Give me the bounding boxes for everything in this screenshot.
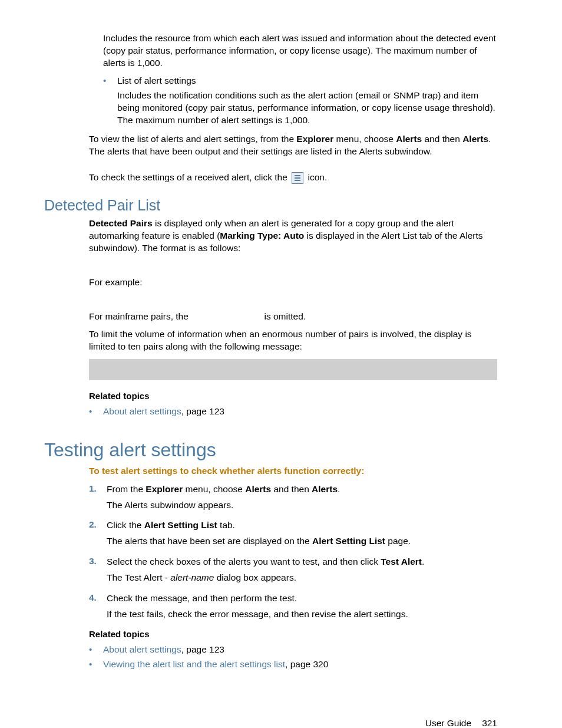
text: , page 320 [285, 659, 328, 669]
bullet-icon: • [89, 644, 103, 656]
text: and then [271, 484, 312, 494]
alert-setting-list-bold: Alert Setting List [144, 520, 217, 530]
mainframe-para: For mainframe pairs, the is omitted. [89, 311, 497, 323]
text: tab. [217, 520, 235, 530]
bullet-description: Includes the notification conditions suc… [117, 90, 497, 127]
step-3: 3. Select the check boxes of the alerts … [89, 556, 497, 568]
intro-block: Includes the resource from which each al… [103, 32, 497, 126]
text: icon. [305, 172, 327, 182]
alerts-bold: Alerts [245, 484, 271, 494]
bullet-label: List of alert settings [117, 75, 497, 87]
limit-para: To limit the volume of information when … [89, 328, 497, 353]
step-body: Check the message, and then perform the … [107, 592, 497, 605]
for-example: For example: [89, 276, 497, 289]
explorer-bold: Explorer [146, 484, 183, 494]
related-topics-heading: Related topics [89, 629, 497, 639]
testing-block: To test alert settings to check whether … [89, 466, 497, 671]
bullet-icon: • [89, 406, 103, 418]
page-number: 321 [482, 718, 497, 728]
detected-pair-heading: Detected Pair List [44, 197, 497, 214]
step-body: Click the Alert Setting List tab. [107, 519, 497, 532]
text: Select the check boxes of the alerts you… [107, 556, 381, 566]
check-settings-para: To check the settings of a received aler… [89, 172, 497, 184]
alert-setting-list-bold: Alert Setting List [312, 536, 385, 546]
text: From the [107, 484, 146, 494]
related-link-row: Viewing the alert list and the alert set… [103, 658, 497, 671]
step-number: 3. [89, 556, 107, 568]
document-icon [292, 172, 303, 184]
document-page: Includes the resource from which each al… [0, 0, 562, 728]
text: dialog box appears. [214, 572, 296, 582]
related-item: • About alert settings, page 123 [89, 644, 497, 656]
marking-type-bold: Marking Type: Auto [220, 230, 304, 241]
text: menu, choose [333, 134, 396, 144]
alerts-bold: Alerts [396, 134, 422, 144]
about-alert-settings-link[interactable]: About alert settings [103, 406, 181, 416]
bullet-list-item: • List of alert settings [103, 75, 497, 87]
text: Click the [107, 520, 144, 530]
explorer-bold: Explorer [296, 134, 333, 144]
detected-pair-block: Detected Pairs is displayed only when an… [89, 218, 497, 417]
step-2-sub: The alerts that have been set are displa… [107, 535, 497, 548]
text: . [338, 484, 340, 494]
step-3-sub: The Test Alert - alert-name dialog box a… [107, 572, 497, 584]
text: To check the settings of a received aler… [89, 172, 290, 182]
footer-label: User Guide [425, 718, 471, 728]
bullet-icon: • [103, 75, 117, 87]
text: and then [422, 134, 462, 144]
text: , page 123 [181, 406, 224, 416]
test-alert-bold: Test Alert [381, 556, 422, 566]
alerts-bold: Alerts [462, 134, 488, 144]
text: . [422, 556, 424, 566]
intro-para-1: Includes the resource from which each al… [103, 32, 497, 70]
testing-alert-heading: Testing alert settings [44, 439, 497, 461]
step-body: Select the check boxes of the alerts you… [107, 556, 497, 568]
view-list-para: To view the list of alerts and alert set… [89, 133, 497, 158]
step-4-sub: If the test fails, check the error messa… [107, 608, 497, 621]
step-2: 2. Click the Alert Setting List tab. [89, 519, 497, 532]
alert-name-italic: alert-name [170, 572, 214, 582]
related-link-row: About alert settings, page 123 [103, 406, 497, 418]
text: For mainframe pairs, the [89, 311, 191, 321]
text: The alerts that have been set are displa… [107, 536, 312, 546]
step-number: 1. [89, 483, 107, 496]
step-number: 2. [89, 519, 107, 532]
text: To view the list of alerts and alert set… [89, 134, 296, 144]
related-item: • Viewing the alert list and the alert s… [89, 658, 497, 671]
detected-pairs-bold: Detected Pairs [89, 218, 153, 228]
step-number: 4. [89, 592, 107, 605]
text: The Test Alert - [107, 572, 170, 582]
detected-pairs-para: Detected Pairs is displayed only when an… [89, 218, 497, 255]
text: menu, choose [183, 484, 245, 494]
step-body: From the Explorer menu, choose Alerts an… [107, 483, 497, 496]
instruction-lead: To test alert settings to check whether … [89, 466, 497, 476]
viewing-alert-list-link[interactable]: Viewing the alert list and the alert set… [103, 659, 285, 669]
bullet-icon: • [89, 658, 103, 671]
page-footer: User Guide321 [44, 718, 497, 728]
related-link-row: About alert settings, page 123 [103, 644, 497, 656]
step-1: 1. From the Explorer menu, choose Alerts… [89, 483, 497, 496]
view-instructions: To view the list of alerts and alert set… [89, 133, 497, 184]
text: is omitted. [262, 311, 306, 321]
text: , page 123 [181, 644, 224, 654]
related-topics-heading: Related topics [89, 391, 497, 401]
step-1-sub: The Alerts subwindow appears. [107, 499, 497, 512]
step-4: 4. Check the message, and then perform t… [89, 592, 497, 605]
alerts-bold: Alerts [312, 484, 338, 494]
text: page. [385, 536, 411, 546]
message-placeholder-box [89, 359, 497, 380]
related-item: • About alert settings, page 123 [89, 406, 497, 418]
about-alert-settings-link[interactable]: About alert settings [103, 644, 181, 654]
